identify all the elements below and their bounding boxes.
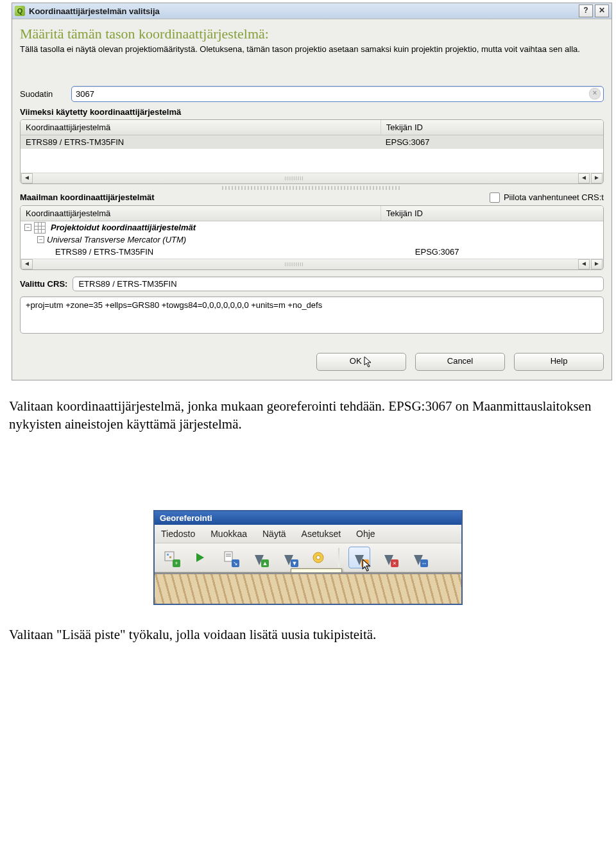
recent-crs-label: Viimeksi käytetty koordinaattijärjestelm…	[20, 107, 604, 117]
scroll-left3-icon[interactable]: ◄	[21, 259, 33, 269]
ok-button-label: OK	[350, 356, 362, 366]
menu-view[interactable]: Näytä	[262, 529, 286, 539]
selected-crs-field[interactable]: ETRS89 / ETRS-TM35FIN	[73, 277, 604, 291]
cursor-icon	[364, 356, 373, 368]
toolbar-separator	[338, 548, 339, 567]
hide-deprecated-checkbox[interactable]: Piilota vanhentuneet CRS:t	[490, 192, 604, 203]
titlebar: Q Koordinaattijärjestelmän valitsija ? ✕	[12, 3, 612, 19]
world-crs-label: Maailman koordinaattijärjestelmät	[20, 192, 155, 202]
tree-group-projected[interactable]: − Projektoidut koordinaattijärjestelmät	[21, 221, 603, 234]
menu-file[interactable]: Tiedosto	[161, 529, 195, 539]
generate-script-button[interactable]: ↘	[219, 547, 241, 568]
header-title: Määritä tämän tason koordinaattjärjestel…	[20, 26, 604, 42]
svg-rect-4	[226, 554, 231, 555]
tree-group-utm[interactable]: − Universal Transverse Mercator (UTM)	[21, 234, 603, 245]
col-header-id[interactable]: Tekijän ID	[381, 120, 604, 135]
filter-input[interactable]	[74, 88, 589, 100]
recent-hscrollbar[interactable]: ◄ ◄ ►	[21, 173, 603, 183]
cursor-icon-2	[362, 559, 372, 572]
down-badge-icon: ▼	[291, 559, 298, 567]
world-hscrollbar[interactable]: ◄ ◄ ►	[21, 259, 603, 269]
dialog-title: Koordinaattijärjestelmän valitsija	[29, 6, 577, 16]
scroll-left-icon[interactable]: ◄	[21, 173, 33, 183]
help-titlebar-button[interactable]: ?	[579, 4, 593, 17]
qgis-icon: Q	[15, 6, 25, 16]
gear-icon	[311, 550, 326, 565]
scroll-left2-icon[interactable]: ◄	[578, 173, 590, 183]
world-crs-tree[interactable]: Koordinaattijärjestelmä Tekijän ID − Pro…	[20, 205, 604, 270]
menu-help[interactable]: Ohje	[356, 529, 375, 539]
scroll-left4-icon[interactable]: ◄	[578, 259, 590, 269]
ok-button[interactable]: OK	[316, 353, 406, 371]
svg-point-7	[316, 556, 320, 559]
georef-menubar: Tiedosto Muokkaa Näytä Asetukset Ohje	[155, 525, 461, 543]
tree-leaf-crs: ETRS89 / ETRS-TM35FIN	[21, 245, 410, 259]
recent-crs-id: EPSG:3067	[381, 135, 604, 149]
transformation-settings-button[interactable]	[307, 547, 329, 568]
recent-crs-list[interactable]: Koordinaattijärjestelmä Tekijän ID ETRS8…	[20, 119, 604, 184]
hide-deprecated-label: Piilota vanhentuneet CRS:t	[504, 192, 604, 202]
recent-list-header: Koordinaattijärjestelmä Tekijän ID	[21, 120, 603, 135]
clear-filter-icon[interactable]: ×	[589, 88, 601, 99]
splitter-handle[interactable]	[222, 186, 402, 190]
save-gcp-button[interactable]: ▼	[278, 547, 300, 568]
header-description: Tällä tasolla ei näytä olevan projektiom…	[20, 44, 604, 55]
tree-collapse-icon-2[interactable]: −	[37, 236, 44, 243]
svg-rect-2	[169, 556, 171, 558]
arrow-badge-icon: ↘	[232, 559, 239, 567]
tree-group-utm-label: Universal Transverse Mercator (UTM)	[47, 235, 186, 244]
recent-crs-row[interactable]: ETRS89 / ETRS-TM35FIN EPSG:3067	[21, 135, 603, 149]
move-point-button[interactable]: ↔	[407, 547, 429, 568]
help-button[interactable]: Help	[514, 353, 604, 371]
scroll-right2-icon[interactable]: ►	[591, 259, 603, 269]
svg-rect-1	[167, 554, 169, 556]
tree-group-projected-label: Projektoidut koordinaattijärjestelmät	[51, 223, 196, 232]
plus-badge-icon: +	[173, 559, 180, 567]
dialog-body: Määritä tämän tason koordinaattjärjestel…	[12, 19, 612, 380]
georef-title: Georeferointi	[155, 511, 461, 525]
crs-selector-dialog: Q Koordinaattijärjestelmän valitsija ? ✕…	[12, 3, 612, 380]
selected-crs-label: Valittu CRS:	[20, 279, 67, 289]
tree-collapse-icon[interactable]: −	[24, 224, 31, 231]
open-raster-button[interactable]: +	[160, 547, 182, 568]
move-badge-icon: ↔	[420, 559, 428, 567]
georef-canvas[interactable]	[155, 572, 461, 604]
cancel-button[interactable]: Cancel	[415, 353, 505, 371]
run-button[interactable]	[189, 547, 211, 568]
col-header-crs-2[interactable]: Koordinaattijärjestelmä	[21, 206, 381, 221]
recent-crs-name: ETRS89 / ETRS-TM35FIN	[21, 135, 381, 149]
filter-input-wrap[interactable]: ×	[71, 86, 604, 102]
scroll-right-icon[interactable]: ►	[591, 173, 603, 183]
filter-label: Suodatin	[20, 89, 66, 99]
menu-settings[interactable]: Asetukset	[302, 529, 341, 539]
add-point-button[interactable]: ★	[348, 547, 370, 568]
checkbox-icon[interactable]	[490, 192, 500, 203]
georeferencer-window: Georeferointi Tiedosto Muokkaa Näytä Ase…	[153, 510, 463, 605]
svg-rect-5	[226, 556, 231, 557]
delete-badge-icon: ×	[391, 559, 398, 567]
doc-paragraph-1: Valitaan koordinaattijärjestelmä, jonka …	[9, 397, 607, 434]
doc-paragraph-2: Valitaan "Lisää piste" työkalu, jolla vo…	[9, 627, 607, 643]
close-titlebar-button[interactable]: ✕	[595, 4, 609, 17]
world-list-header: Koordinaattijärjestelmä Tekijän ID	[21, 206, 603, 221]
load-gcp-button[interactable]: ▲	[248, 547, 270, 568]
delete-point-button[interactable]: ×	[378, 547, 400, 568]
col-header-id-2[interactable]: Tekijän ID	[381, 206, 604, 221]
proj-string-field[interactable]: +proj=utm +zone=35 +ellps=GRS80 +towgs84…	[20, 296, 604, 334]
col-header-crs[interactable]: Koordinaattijärjestelmä	[21, 120, 381, 135]
grid-icon	[34, 222, 46, 234]
menu-edit[interactable]: Muokkaa	[210, 529, 247, 539]
tree-leaf-id: EPSG:3067	[410, 245, 604, 259]
up-badge-icon: ▲	[261, 559, 269, 567]
tree-leaf-row[interactable]: ETRS89 / ETRS-TM35FIN EPSG:3067	[21, 245, 603, 259]
